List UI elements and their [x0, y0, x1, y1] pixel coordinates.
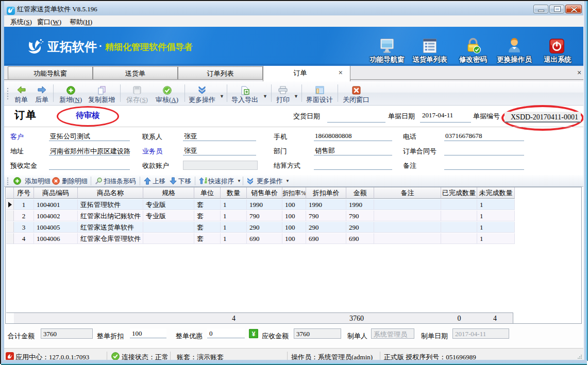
svg-text:¥: ¥ [252, 331, 256, 338]
